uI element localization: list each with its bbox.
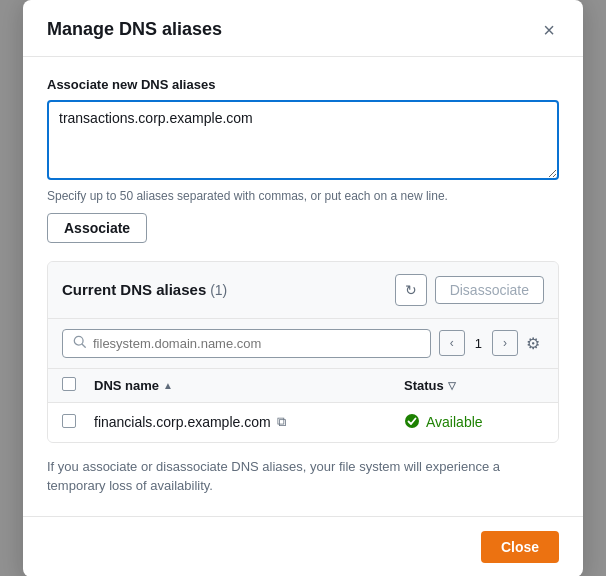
table-row: financials.corp.example.com ⧉ Available	[48, 403, 558, 442]
modal-header: Manage DNS aliases ×	[23, 0, 583, 57]
modal-footer: Close	[23, 516, 583, 577]
copy-icon[interactable]: ⧉	[277, 414, 286, 430]
search-icon	[73, 335, 87, 352]
row-checkbox-col	[62, 414, 94, 431]
current-section-title: Current DNS aliases	[62, 281, 206, 298]
status-column-label: Status	[404, 378, 444, 393]
header-actions: ↻ Disassociate	[395, 274, 544, 306]
dns-sort-icon[interactable]: ▲	[163, 380, 173, 391]
status-check-icon	[404, 413, 420, 432]
search-wrapper	[62, 329, 431, 358]
dns-name-column-label: DNS name	[94, 378, 159, 393]
select-all-checkbox[interactable]	[62, 377, 76, 391]
table-header: DNS name ▲ Status ▽	[48, 369, 558, 403]
info-text: If you associate or disassociate DNS ali…	[47, 457, 559, 496]
header-checkbox-col	[62, 377, 94, 394]
manage-dns-modal: Manage DNS aliases × Associate new DNS a…	[23, 0, 583, 576]
prev-page-button[interactable]: ‹	[439, 330, 465, 356]
modal-title: Manage DNS aliases	[47, 19, 222, 40]
status-cell: Available	[404, 413, 544, 432]
current-title-wrapper: Current DNS aliases (1)	[62, 281, 227, 298]
current-section-header: Current DNS aliases (1) ↻ Disassociate	[48, 262, 558, 319]
next-page-button[interactable]: ›	[492, 330, 518, 356]
pagination-row: ‹ 1 › ⚙	[439, 330, 544, 356]
status-label: Available	[426, 414, 483, 430]
settings-button[interactable]: ⚙	[522, 332, 544, 355]
helper-text: Specify up to 50 aliases separated with …	[47, 189, 559, 203]
row-checkbox[interactable]	[62, 414, 76, 428]
modal-body: Associate new DNS aliases transactions.c…	[23, 57, 583, 516]
status-header: Status ▽	[404, 378, 544, 393]
status-sort-icon[interactable]: ▽	[448, 380, 456, 391]
modal-overlay: Manage DNS aliases × Associate new DNS a…	[0, 0, 606, 576]
dns-aliases-textarea[interactable]: transactions.corp.example.com	[47, 100, 559, 180]
dns-name-cell: financials.corp.example.com ⧉	[94, 414, 404, 430]
page-number: 1	[469, 336, 488, 351]
associate-button[interactable]: Associate	[47, 213, 147, 243]
search-pagination-row: ‹ 1 › ⚙	[48, 319, 558, 369]
current-dns-section: Current DNS aliases (1) ↻ Disassociate	[47, 261, 559, 443]
dns-name-value: financials.corp.example.com	[94, 414, 271, 430]
search-input[interactable]	[93, 336, 420, 351]
close-main-button[interactable]: Close	[481, 531, 559, 563]
modal-close-button[interactable]: ×	[539, 18, 559, 42]
disassociate-button[interactable]: Disassociate	[435, 276, 544, 304]
svg-point-2	[405, 414, 419, 428]
refresh-button[interactable]: ↻	[395, 274, 427, 306]
alias-count-badge: (1)	[210, 282, 227, 298]
associate-section-label: Associate new DNS aliases	[47, 77, 559, 92]
dns-name-header: DNS name ▲	[94, 378, 404, 393]
svg-line-1	[82, 344, 85, 347]
